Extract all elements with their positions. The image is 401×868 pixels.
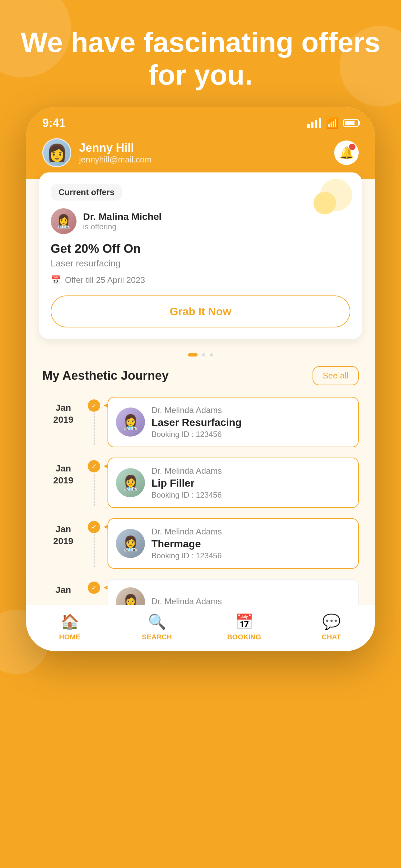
timeline-item: Jan 2019 ✓ ◀ 👩‍⚕️: [42, 397, 359, 448]
header-title: We have fascinating offers for you.: [19, 26, 382, 91]
journey-card-info: Dr. Melinda Adams: [151, 596, 222, 605]
journey-card[interactable]: 👩‍⚕️ Dr. Melinda Adams Lip Filler Bookin…: [107, 458, 359, 508]
status-time: 9:41: [42, 116, 66, 130]
nav-item-booking[interactable]: 📅 BOOKING: [201, 613, 288, 641]
user-header: 👩 Jenny Hill jennyhill@mail.com 🔔: [26, 133, 375, 179]
grab-it-now-button[interactable]: Grab It Now: [51, 296, 350, 328]
journey-card-info: Dr. Melinda Adams Lip Filler Booking ID …: [151, 466, 222, 500]
timeline-date: Jan 2019: [42, 518, 84, 552]
journey-section: My Aesthetic Journey See all Jan 2019: [26, 360, 375, 605]
doctor-subtitle: is offering: [83, 222, 161, 231]
doctor-name: Dr. Malina Michel: [83, 211, 161, 222]
check-icon: ✓: [88, 460, 100, 472]
journey-doctor-avatar: 👩‍⚕️: [116, 468, 145, 497]
journey-treatment: Lip Filler: [151, 477, 222, 489]
journey-treatment: Thermage: [151, 538, 222, 550]
nav-label-search: SEARCH: [142, 633, 172, 641]
journey-booking-id: Booking ID : 123456: [151, 430, 242, 439]
date-text: Jan 2019: [45, 402, 81, 426]
journey-doc-image: 👩‍⚕️: [116, 529, 145, 558]
dashed-line: [94, 413, 95, 445]
journey-card-info: Dr. Melinda Adams Thermage Booking ID : …: [151, 527, 222, 560]
timeline-date: Jan 2019: [42, 397, 84, 431]
header-title-line1: We have fascinating offers: [21, 26, 380, 58]
journey-title: My Aesthetic Journey: [42, 369, 168, 383]
date-text: Jan 2019: [45, 523, 81, 547]
nav-label-chat: CHAT: [321, 633, 341, 641]
timeline-connector: ✓: [84, 397, 104, 448]
user-info: 👩 Jenny Hill jennyhill@mail.com: [42, 138, 151, 167]
nav-label-home: HOME: [59, 633, 81, 641]
status-bar: 9:41 📶: [26, 107, 375, 133]
current-offers-tag: Current offers: [51, 184, 122, 200]
dot-1: [188, 353, 197, 356]
journey-doctor-name: Dr. Melinda Adams: [151, 405, 242, 415]
timeline-item-partial: Jan ✓ ◀ 👩‍⚕️ Dr. Melinda Adam: [42, 579, 359, 605]
dot-3: [210, 353, 213, 356]
journey-doctor-name: Dr. Melinda Adams: [151, 527, 222, 537]
doctor-row: 👩‍⚕️ Dr. Malina Michel is offering: [51, 208, 350, 234]
user-name: Jenny Hill: [79, 141, 151, 155]
journey-doctor-avatar: 👩‍⚕️: [116, 529, 145, 558]
timeline-connector: ✓: [84, 458, 104, 508]
journey-doc-image: 👩‍⚕️: [116, 587, 145, 605]
timeline: Jan 2019 ✓ ◀ 👩‍⚕️: [42, 397, 359, 605]
header-title-line2: for you.: [149, 59, 253, 91]
check-icon: ✓: [88, 582, 100, 594]
timeline-date: Jan: [42, 579, 84, 601]
journey-treatment: Laser Resurfacing: [151, 416, 242, 429]
bottom-navigation: 🏠 HOME 🔍 SEARCH 📅 BOOKING 💬 CHAT: [26, 605, 375, 651]
offer-date-row: 📅 Offer till 25 April 2023: [51, 275, 350, 285]
timeline-item: Jan 2019 ✓ ◀ 👩‍⚕️: [42, 518, 359, 569]
battery-icon: [343, 119, 359, 127]
journey-doc-image: 👩‍⚕️: [116, 407, 145, 437]
calendar-icon: 📅: [51, 275, 61, 285]
nav-label-booking: BOOKING: [227, 633, 261, 641]
journey-booking-id: Booking ID : 123456: [151, 551, 222, 560]
user-text: Jenny Hill jennyhill@mail.com: [79, 141, 151, 165]
timeline-connector: ✓: [84, 579, 104, 596]
avatar-emoji: 👩: [47, 143, 67, 163]
nav-item-home[interactable]: 🏠 HOME: [26, 613, 113, 641]
dashed-line: [94, 474, 95, 506]
offer-description: Laser resurfacing: [51, 258, 350, 269]
nav-item-search[interactable]: 🔍 SEARCH: [113, 613, 201, 641]
booking-icon: 📅: [235, 613, 253, 630]
home-icon: 🏠: [61, 613, 79, 630]
user-email: jennyhill@mail.com: [79, 155, 151, 165]
timeline-item: Jan 2019 ✓ ◀ 👩‍⚕️: [42, 458, 359, 508]
dot-2: [202, 353, 205, 356]
journey-booking-id: Booking ID : 123456: [151, 491, 222, 500]
signal-icon: [307, 118, 321, 128]
journey-card[interactable]: 👩‍⚕️ Dr. Melinda Adams Laser Resurfacing…: [107, 397, 359, 447]
avatar: 👩: [42, 138, 71, 167]
notification-button[interactable]: 🔔: [334, 141, 359, 165]
wifi-icon: 📶: [326, 117, 339, 129]
search-icon: 🔍: [148, 613, 166, 630]
journey-card[interactable]: 👩‍⚕️ Dr. Melinda Adams: [107, 579, 359, 605]
see-all-button[interactable]: See all: [312, 366, 359, 385]
journey-doctor-avatar: 👩‍⚕️: [116, 407, 145, 437]
phone-wrapper: 9:41 📶 👩: [0, 107, 401, 651]
date-text: Jan 2019: [45, 463, 81, 486]
nav-item-chat[interactable]: 💬 CHAT: [288, 613, 375, 641]
carousel-dots: [26, 345, 375, 360]
status-icons: 📶: [307, 117, 359, 129]
offers-card: Current offers 👩‍⚕️ Dr. Malina Michel is…: [39, 173, 362, 339]
check-icon: ✓: [88, 521, 100, 533]
main-content: Current offers 👩‍⚕️ Dr. Malina Michel is…: [26, 179, 375, 651]
journey-card[interactable]: 👩‍⚕️ Dr. Melinda Adams Thermage Booking …: [107, 518, 359, 569]
offer-decoration: [313, 179, 352, 218]
journey-doctor-avatar: 👩‍⚕️: [116, 587, 145, 605]
offer-title: Get 20% Off On: [51, 242, 350, 256]
check-icon: ✓: [88, 399, 100, 412]
journey-header: My Aesthetic Journey See all: [42, 366, 359, 385]
notification-badge: [349, 144, 356, 150]
offer-date: Offer till 25 April 2023: [65, 275, 145, 285]
timeline-connector: ✓: [84, 518, 104, 569]
timeline-date: Jan 2019: [42, 458, 84, 492]
journey-doctor-name: Dr. Melinda Adams: [151, 466, 222, 476]
phone-frame: 9:41 📶 👩: [26, 107, 375, 651]
journey-card-info: Dr. Melinda Adams Laser Resurfacing Book…: [151, 405, 242, 439]
journey-doctor-name: Dr. Melinda Adams: [151, 596, 222, 605]
